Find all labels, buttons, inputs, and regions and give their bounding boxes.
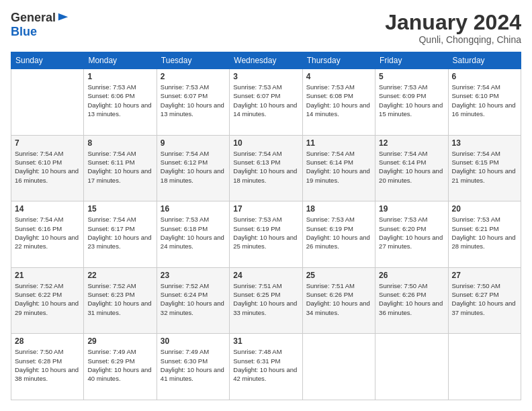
- location: Qunli, Chongqing, China: [385, 34, 521, 45]
- calendar-cell: 4Sunrise: 7:53 AM Sunset: 6:08 PM Daylig…: [302, 69, 375, 136]
- day-detail: Sunrise: 7:50 AM Sunset: 6:27 PM Dayligh…: [452, 281, 517, 317]
- calendar-cell: 3Sunrise: 7:53 AM Sunset: 6:07 PM Daylig…: [230, 69, 302, 136]
- day-number: 8: [87, 138, 152, 148]
- calendar-cell: 9Sunrise: 7:54 AM Sunset: 6:12 PM Daylig…: [157, 135, 229, 201]
- day-detail: Sunrise: 7:53 AM Sunset: 6:19 PM Dayligh…: [233, 215, 298, 250]
- day-detail: Sunrise: 7:54 AM Sunset: 6:15 PM Dayligh…: [452, 149, 517, 185]
- calendar-cell: 5Sunrise: 7:53 AM Sunset: 6:09 PM Daylig…: [375, 69, 448, 136]
- calendar-cell: 7Sunrise: 7:54 AM Sunset: 6:10 PM Daylig…: [11, 135, 84, 201]
- day-number: 27: [452, 271, 517, 280]
- col-header-saturday: Saturday: [448, 52, 521, 69]
- col-header-monday: Monday: [84, 52, 157, 69]
- day-number: 5: [379, 72, 444, 81]
- day-number: 31: [233, 336, 298, 346]
- calendar-cell: 20Sunrise: 7:53 AM Sunset: 6:21 PM Dayli…: [448, 201, 521, 268]
- week-row-4: 28Sunrise: 7:50 AM Sunset: 6:28 PM Dayli…: [11, 334, 521, 400]
- logo-blue-text: Blue: [11, 25, 37, 39]
- day-number: 21: [15, 271, 80, 280]
- calendar-cell: 26Sunrise: 7:50 AM Sunset: 6:26 PM Dayli…: [375, 267, 448, 334]
- svg-marker-0: [58, 13, 68, 20]
- day-detail: Sunrise: 7:54 AM Sunset: 6:10 PM Dayligh…: [452, 83, 517, 118]
- day-detail: Sunrise: 7:53 AM Sunset: 6:06 PM Dayligh…: [87, 83, 152, 118]
- col-header-sunday: Sunday: [11, 52, 84, 69]
- day-detail: Sunrise: 7:54 AM Sunset: 6:13 PM Dayligh…: [233, 149, 298, 185]
- calendar-cell: 15Sunrise: 7:54 AM Sunset: 6:17 PM Dayli…: [84, 201, 157, 268]
- day-detail: Sunrise: 7:52 AM Sunset: 6:23 PM Dayligh…: [87, 281, 152, 317]
- calendar-cell: [375, 334, 448, 400]
- day-detail: Sunrise: 7:53 AM Sunset: 6:07 PM Dayligh…: [233, 83, 298, 118]
- calendar-cell: 14Sunrise: 7:54 AM Sunset: 6:16 PM Dayli…: [11, 201, 84, 268]
- day-detail: Sunrise: 7:53 AM Sunset: 6:09 PM Dayligh…: [379, 83, 444, 118]
- day-number: 1: [87, 72, 152, 81]
- header: General Blue January 2024 Qunli, Chongqi…: [11, 11, 521, 45]
- day-number: 7: [15, 138, 80, 148]
- day-number: 4: [306, 72, 371, 81]
- day-number: 6: [452, 72, 517, 81]
- day-number: 23: [161, 271, 226, 280]
- day-detail: Sunrise: 7:51 AM Sunset: 6:26 PM Dayligh…: [306, 281, 371, 317]
- day-detail: Sunrise: 7:52 AM Sunset: 6:24 PM Dayligh…: [161, 281, 226, 317]
- day-number: 12: [379, 138, 444, 148]
- calendar-cell: 27Sunrise: 7:50 AM Sunset: 6:27 PM Dayli…: [448, 267, 521, 334]
- day-number: 14: [15, 204, 80, 214]
- calendar-cell: 1Sunrise: 7:53 AM Sunset: 6:06 PM Daylig…: [84, 69, 157, 136]
- day-detail: Sunrise: 7:54 AM Sunset: 6:16 PM Dayligh…: [15, 215, 80, 250]
- calendar-cell: 28Sunrise: 7:50 AM Sunset: 6:28 PM Dayli…: [11, 334, 84, 400]
- col-header-tuesday: Tuesday: [157, 52, 229, 69]
- calendar-cell: 13Sunrise: 7:54 AM Sunset: 6:15 PM Dayli…: [448, 135, 521, 201]
- day-detail: Sunrise: 7:54 AM Sunset: 6:17 PM Dayligh…: [87, 215, 152, 250]
- day-number: 11: [306, 138, 371, 148]
- calendar-cell: 17Sunrise: 7:53 AM Sunset: 6:19 PM Dayli…: [230, 201, 302, 268]
- day-detail: Sunrise: 7:52 AM Sunset: 6:22 PM Dayligh…: [15, 281, 80, 317]
- calendar-cell: 22Sunrise: 7:52 AM Sunset: 6:23 PM Dayli…: [84, 267, 157, 334]
- day-number: 19: [379, 204, 444, 214]
- calendar-cell: 21Sunrise: 7:52 AM Sunset: 6:22 PM Dayli…: [11, 267, 84, 334]
- day-number: 18: [306, 204, 371, 214]
- day-number: 22: [87, 271, 152, 280]
- calendar-cell: 8Sunrise: 7:54 AM Sunset: 6:11 PM Daylig…: [84, 135, 157, 201]
- day-number: 29: [87, 336, 152, 346]
- day-detail: Sunrise: 7:49 AM Sunset: 6:30 PM Dayligh…: [161, 347, 226, 383]
- logo-flag-icon: [57, 12, 69, 24]
- day-number: 24: [233, 271, 298, 280]
- calendar-header-row: SundayMondayTuesdayWednesdayThursdayFrid…: [11, 52, 521, 69]
- calendar-cell: 11Sunrise: 7:54 AM Sunset: 6:14 PM Dayli…: [302, 135, 375, 201]
- logo-general-text: General: [11, 11, 56, 25]
- day-detail: Sunrise: 7:50 AM Sunset: 6:28 PM Dayligh…: [15, 347, 80, 383]
- calendar-cell: 18Sunrise: 7:53 AM Sunset: 6:19 PM Dayli…: [302, 201, 375, 268]
- day-number: 17: [233, 204, 298, 214]
- title-area: January 2024 Qunli, Chongqing, China: [385, 11, 521, 45]
- calendar-table: SundayMondayTuesdayWednesdayThursdayFrid…: [11, 52, 521, 400]
- day-number: 13: [452, 138, 517, 148]
- day-detail: Sunrise: 7:53 AM Sunset: 6:19 PM Dayligh…: [306, 215, 371, 250]
- calendar-cell: 10Sunrise: 7:54 AM Sunset: 6:13 PM Dayli…: [230, 135, 302, 201]
- calendar-cell: 31Sunrise: 7:48 AM Sunset: 6:31 PM Dayli…: [230, 334, 302, 400]
- day-detail: Sunrise: 7:49 AM Sunset: 6:29 PM Dayligh…: [87, 347, 152, 383]
- day-number: 30: [161, 336, 226, 346]
- day-detail: Sunrise: 7:54 AM Sunset: 6:10 PM Dayligh…: [15, 149, 80, 185]
- col-header-friday: Friday: [375, 52, 448, 69]
- calendar-cell: [448, 334, 521, 400]
- day-detail: Sunrise: 7:53 AM Sunset: 6:07 PM Dayligh…: [161, 83, 226, 118]
- day-detail: Sunrise: 7:53 AM Sunset: 6:21 PM Dayligh…: [452, 215, 517, 250]
- day-detail: Sunrise: 7:51 AM Sunset: 6:25 PM Dayligh…: [233, 281, 298, 317]
- day-number: 25: [306, 271, 371, 280]
- day-number: 15: [87, 204, 152, 214]
- week-row-3: 21Sunrise: 7:52 AM Sunset: 6:22 PM Dayli…: [11, 267, 521, 334]
- day-detail: Sunrise: 7:54 AM Sunset: 6:12 PM Dayligh…: [161, 149, 226, 185]
- day-detail: Sunrise: 7:53 AM Sunset: 6:20 PM Dayligh…: [379, 215, 444, 250]
- logo: General Blue: [11, 11, 69, 39]
- day-number: 9: [161, 138, 226, 148]
- week-row-0: 1Sunrise: 7:53 AM Sunset: 6:06 PM Daylig…: [11, 69, 521, 136]
- day-number: 16: [161, 204, 226, 214]
- calendar-cell: 6Sunrise: 7:54 AM Sunset: 6:10 PM Daylig…: [448, 69, 521, 136]
- day-number: 10: [233, 138, 298, 148]
- calendar-cell: 19Sunrise: 7:53 AM Sunset: 6:20 PM Dayli…: [375, 201, 448, 268]
- month-title: January 2024: [385, 11, 521, 34]
- day-detail: Sunrise: 7:53 AM Sunset: 6:08 PM Dayligh…: [306, 83, 371, 118]
- day-detail: Sunrise: 7:54 AM Sunset: 6:14 PM Dayligh…: [379, 149, 444, 185]
- calendar-cell: 16Sunrise: 7:53 AM Sunset: 6:18 PM Dayli…: [157, 201, 229, 268]
- day-number: 26: [379, 271, 444, 280]
- calendar-cell: 24Sunrise: 7:51 AM Sunset: 6:25 PM Dayli…: [230, 267, 302, 334]
- calendar-cell: 29Sunrise: 7:49 AM Sunset: 6:29 PM Dayli…: [84, 334, 157, 400]
